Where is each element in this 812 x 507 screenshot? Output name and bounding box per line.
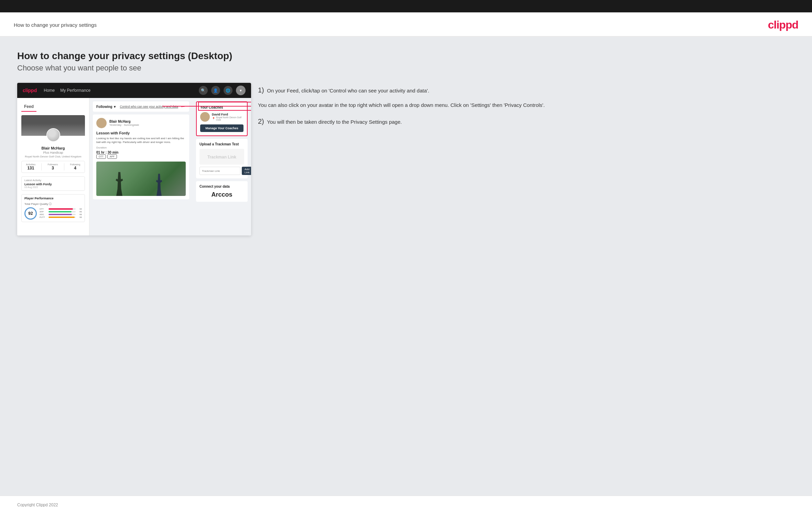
arccos-brand: Arccos [199,191,244,198]
nav-item-home[interactable]: Home [44,88,55,93]
app-navbar: clippd Home My Performance 🔍 👤 🌐 ▼ [17,83,251,98]
breadcrumb: How to change your privacy settings [14,22,97,28]
tag-ott: OTT [96,154,106,159]
page-footer: Copyright Clippd 2022 [0,496,812,507]
app-right-panel: Your Coaches David Ford 📍 Royal North De… [193,98,251,235]
bar-putt: PUTT 96 [40,216,82,218]
stat-following: Following 4 [70,163,80,170]
profile-handicap: Plus Handicap [21,151,85,154]
activities-value: 131 [26,166,36,170]
activity-tags: OTT APP [96,154,186,159]
coaches-card: Your Coaches David Ford 📍 Royal North De… [196,101,248,136]
app-nav-icons: 🔍 👤 🌐 ▼ [199,86,246,95]
app-feed: Following ▾ Control who can see your act… [89,98,193,235]
stat-divider-1 [41,163,42,170]
coach-avatar [200,112,210,122]
golfer-silhouette-1 [114,172,124,196]
add-link-button[interactable]: Add Link [242,167,251,175]
latest-activity-name: Lesson with Fordy [24,183,82,186]
player-performance-card: Player Performance Total Player Quality … [21,194,85,222]
golfer-silhouette-2 [155,174,163,196]
activity-title: Lesson with Fordy [96,131,186,135]
step1-text: 1) On your Feed, click/tap on 'Control w… [258,86,795,95]
tpq-circle: 92 [24,207,37,220]
bar-arg: ARG 86 [40,213,82,216]
app-screenshot: clippd Home My Performance 🔍 👤 🌐 ▼ Feed [17,83,251,235]
step2-text: 2) You will then be taken directly to th… [258,118,795,126]
tag-app: APP [107,154,117,159]
instructions-panel: 1) On your Feed, click/tap on 'Control w… [251,83,795,134]
right-arrow-icon: ← [180,103,186,110]
manage-coaches-button[interactable]: Manage Your Coaches [200,124,243,132]
trackman-input[interactable] [199,167,240,175]
player-performance-title: Player Performance [24,197,82,200]
activity-image [96,162,186,196]
followers-label: Followers [48,163,58,166]
followers-value: 3 [48,166,58,170]
clippd-logo: clippd [768,19,798,31]
avatar-icon[interactable]: ▼ [236,86,246,95]
main-content: How to change your privacy settings (Des… [0,37,812,496]
coach-info: David Ford 📍 Royal North Devon Golf Club [212,113,243,121]
latest-activity-card: Latest Activity Lesson with Fordy 03 Aug… [21,176,85,191]
content-columns: clippd Home My Performance 🔍 👤 🌐 ▼ Feed [17,83,795,235]
latest-activity-label: Latest Activity [24,179,82,182]
bar-app: APP 85 [40,211,82,213]
top-bar [0,0,812,12]
control-privacy-link[interactable]: Control who can see your activity and da… [120,105,178,108]
trackman-card: Upload a Trackman Test Trackman Link Add… [196,139,248,178]
trackman-link-box: Trackman Link [199,149,244,165]
connect-data-card: Connect your data Arccos [196,181,248,202]
profile-stats: Activities 131 Followers 3 Following 4 [21,161,85,173]
activity-duration-label: Duration [96,146,186,149]
trackman-link-placeholder: Trackman Link [207,155,236,159]
page-header: How to change your privacy settings clip… [0,12,812,37]
following-button[interactable]: Following ▾ [96,105,116,109]
tpq-label: Total Player Quality ⓘ [24,202,82,206]
coach-name: David Ford [212,113,243,116]
activity-user-name: Blair McHarg [109,120,139,123]
app-sidebar: Feed Blair McHarg Plus Handicap Royal No… [17,98,89,235]
tpq-row: 92 OTT 90 APP 85 [24,207,82,220]
red-annotation-line [162,106,251,107]
trackman-title: Upload a Trackman Test [199,142,244,146]
profile-avatar [46,128,60,142]
app-nav-items: Home My Performance [44,88,199,93]
footer-copyright: Copyright Clippd 2022 [17,503,58,507]
activity-user-row: Blair McHarg Yesterday · Sunningdale [96,118,186,128]
stat-divider-2 [64,163,64,170]
activity-description: Looking to feel like my hands are exitin… [96,136,186,144]
activity-user-avatar [96,118,107,128]
latest-activity-date: 03 Aug 2022 [24,186,82,188]
instruction-step-2: 2) You will then be taken directly to th… [258,118,795,126]
tpq-bars: OTT 90 APP 85 ARG [40,208,82,219]
avatar-image [47,129,59,141]
coach-row: David Ford 📍 Royal North Devon Golf Club [200,112,243,122]
app-body: Feed Blair McHarg Plus Handicap Royal No… [17,98,251,235]
step1-extra-text: You can also click on your avatar in the… [258,102,545,108]
profile-name: Blair McHarg [21,146,85,150]
activity-card: Blair McHarg Yesterday · Sunningdale Les… [93,114,189,199]
bar-ott: OTT 90 [40,208,82,210]
page-subtitle: Choose what you want people to see [17,64,795,73]
globe-icon[interactable]: 🌐 [224,86,232,95]
user-icon[interactable]: 👤 [211,86,220,95]
activity-duration-value: 01 hr : 30 min [96,151,186,154]
connect-data-title: Connect your data [199,185,244,188]
feed-top-bar: Following ▾ Control who can see your act… [93,101,189,112]
page-title: How to change your privacy settings (Des… [17,51,795,62]
stat-followers: Followers 3 [48,163,58,170]
coach-club: 📍 Royal North Devon Golf Club [212,116,243,121]
following-label: Following [70,163,80,166]
following-value: 4 [70,166,80,170]
instruction-step-1: 1) On your Feed, click/tap on 'Control w… [258,86,795,109]
activity-meta: Yesterday · Sunningdale [109,123,139,126]
trackman-input-row: Add Link [199,167,244,175]
feed-tab[interactable]: Feed [21,102,36,112]
nav-item-performance[interactable]: My Performance [60,88,90,93]
profile-header-bg [21,115,85,136]
profile-club: Royal North Devon Golf Club, United King… [21,155,85,158]
search-icon[interactable]: 🔍 [199,86,208,95]
app-logo: clippd [23,88,37,93]
activities-label: Activities [26,163,36,166]
